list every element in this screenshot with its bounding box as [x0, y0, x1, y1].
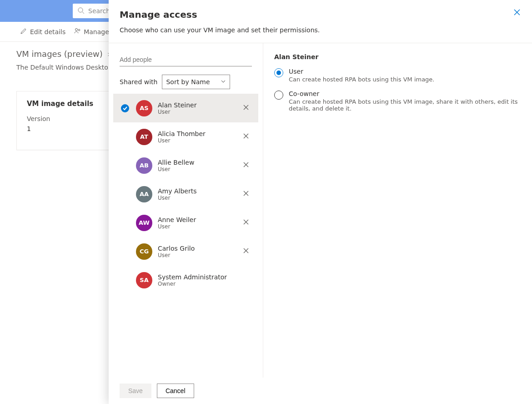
avatar: CG	[136, 243, 152, 260]
svg-line-1	[82, 12, 84, 14]
person-info: Anne WeilerUser	[158, 216, 237, 230]
permission-label: Co-owner	[289, 90, 521, 97]
close-icon	[243, 219, 249, 227]
avatar: AS	[136, 100, 152, 116]
person-name: System Administrator	[158, 273, 252, 281]
person-row[interactable]: ATAlicia ThomberUser	[113, 122, 258, 151]
person-row[interactable]: ASAlan SteinerUser	[113, 94, 258, 122]
panel-title: Manage access	[120, 9, 197, 20]
selected-person-name: Alan Steiner	[274, 53, 521, 61]
permission-description: Can create hosted RPA bots using this VM…	[289, 98, 521, 112]
person-role: Owner	[158, 281, 252, 287]
edit-details-link[interactable]: Edit details	[20, 27, 65, 36]
close-icon	[243, 162, 249, 169]
share-left-column: Shared with Sort by Name ASAlan SteinerU…	[109, 43, 263, 378]
person-info: Alicia ThomberUser	[158, 130, 237, 144]
person-row[interactable]: SASystem AdministratorOwner	[113, 266, 258, 294]
permission-label: User	[289, 68, 521, 75]
person-info: Allie BellewUser	[158, 159, 237, 172]
person-row[interactable]: AWAnne WeilerUser	[113, 208, 258, 237]
breadcrumb: VM images (preview) ›	[16, 49, 110, 59]
save-button[interactable]: Save	[120, 384, 151, 398]
person-info: System AdministratorOwner	[158, 273, 252, 287]
close-panel-button[interactable]	[514, 9, 521, 16]
remove-person-button[interactable]	[243, 104, 252, 112]
edit-details-label: Edit details	[30, 28, 65, 35]
search-icon	[77, 7, 88, 15]
panel-description: Choose who can use your VM image and set…	[109, 24, 532, 43]
person-name: Allie Bellew	[158, 159, 237, 166]
search-placeholder: Search	[88, 7, 110, 15]
remove-person-button[interactable]	[243, 162, 252, 169]
close-icon	[514, 10, 520, 17]
remove-person-button[interactable]	[243, 190, 252, 198]
person-name: Anne Weiler	[158, 216, 237, 223]
shared-with-label: Shared with	[120, 78, 157, 86]
person-info: Carlos GriloUser	[158, 245, 237, 258]
person-role: User	[158, 223, 237, 230]
avatar: SA	[136, 272, 152, 288]
person-name: Carlos Grilo	[158, 245, 237, 252]
sort-dropdown[interactable]: Sort by Name	[162, 75, 230, 89]
svg-point-3	[78, 29, 80, 31]
close-icon	[243, 191, 249, 198]
permission-text: UserCan create hosted RPA bots using thi…	[289, 68, 521, 83]
sort-dropdown-label: Sort by Name	[166, 78, 210, 86]
selection-slot	[120, 104, 130, 112]
pencil-icon	[20, 27, 27, 36]
person-name: Amy Alberts	[158, 187, 237, 195]
avatar: AW	[136, 215, 152, 231]
person-name: Alan Steiner	[158, 101, 237, 109]
person-name: Alicia Thomber	[158, 130, 237, 137]
permissions-column: Alan Steiner UserCan create hosted RPA b…	[263, 43, 532, 378]
close-icon	[243, 248, 249, 255]
breadcrumb-parent[interactable]: VM images (preview)	[16, 49, 103, 59]
checkmark-icon	[121, 104, 129, 112]
remove-person-button[interactable]	[243, 247, 252, 255]
panel-footer: Save Cancel	[109, 378, 532, 404]
people-list: ASAlan SteinerUserATAlicia ThomberUserAB…	[113, 94, 258, 294]
cancel-button[interactable]: Cancel	[157, 384, 194, 398]
person-info: Alan SteinerUser	[158, 101, 237, 115]
person-row[interactable]: AAAmy AlbertsUser	[113, 180, 258, 208]
person-role: User	[158, 195, 237, 201]
avatar: AT	[136, 129, 152, 145]
permission-description: Can create hosted RPA bots using this VM…	[289, 76, 521, 83]
person-role: User	[158, 252, 237, 258]
avatar: AA	[136, 186, 152, 202]
radio-button[interactable]	[274, 68, 283, 77]
person-role: User	[158, 109, 237, 115]
person-role: User	[158, 166, 237, 172]
add-people-input[interactable]	[120, 53, 252, 66]
person-role: User	[158, 137, 237, 144]
people-icon	[74, 27, 81, 36]
close-icon	[243, 105, 249, 112]
chevron-down-icon	[221, 78, 226, 86]
person-info: Amy AlbertsUser	[158, 187, 237, 201]
permission-option[interactable]: UserCan create hosted RPA bots using thi…	[274, 68, 521, 83]
avatar: AB	[136, 157, 152, 174]
remove-person-button[interactable]	[243, 133, 252, 141]
manage-access-panel: Manage access Choose who can use your VM…	[109, 0, 532, 404]
svg-point-2	[75, 29, 78, 31]
permission-text: Co-ownerCan create hosted RPA bots using…	[289, 90, 521, 112]
permission-option[interactable]: Co-ownerCan create hosted RPA bots using…	[274, 90, 521, 112]
person-row[interactable]: ABAllie BellewUser	[113, 151, 258, 180]
radio-button[interactable]	[274, 91, 283, 100]
close-icon	[243, 133, 249, 141]
svg-point-0	[78, 8, 83, 12]
remove-person-button[interactable]	[243, 219, 252, 227]
person-row[interactable]: CGCarlos GriloUser	[113, 237, 258, 266]
